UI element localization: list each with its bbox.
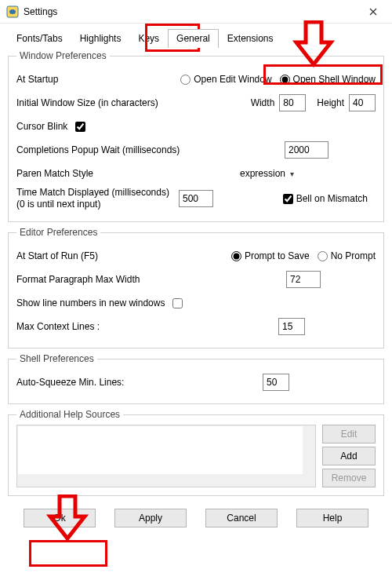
row-window-size: Initial Window Size (in characters) Widt… <box>16 93 376 113</box>
input-completions-wait[interactable] <box>285 141 328 159</box>
chevron-down-icon: ▾ <box>290 170 294 178</box>
input-width[interactable] <box>279 94 306 111</box>
button-add-helpsource[interactable]: Add <box>322 447 376 465</box>
label-autosqueeze: Auto-Squeeze Min. Lines: <box>16 377 124 388</box>
dialog-button-bar: Ok Apply Cancel Help <box>8 501 384 537</box>
radio-open-shell-window-input[interactable] <box>280 75 290 85</box>
input-height[interactable] <box>349 94 376 111</box>
input-max-context[interactable] <box>278 318 305 335</box>
label-time-match-2: (0 is until next input) <box>16 199 100 210</box>
radio-no-prompt-input[interactable] <box>318 251 328 261</box>
app-icon <box>6 5 19 18</box>
label-linenums: Show line numbers in new windows <box>16 297 165 308</box>
button-ok[interactable]: Ok <box>24 509 96 527</box>
dropdown-paren-value: expression <box>240 168 285 179</box>
label-max-context: Max Context Lines : <box>16 321 100 332</box>
row-start-run: At Start of Run (F5) Prompt to Save No P… <box>16 246 376 266</box>
button-remove-helpsource[interactable]: Remove <box>322 469 376 487</box>
titlebar: Settings <box>0 0 392 24</box>
row-time-match: Time Match Displayed (milliseconds) (0 i… <box>16 187 376 210</box>
row-autosqueeze: Auto-Squeeze Min. Lines: <box>16 372 376 392</box>
checkbox-bell-mismatch-label[interactable]: Bell on Mismatch <box>283 193 368 204</box>
legend-shell-prefs: Shell Preferences <box>16 353 97 364</box>
legend-window-prefs: Window Preferences <box>16 50 110 61</box>
button-cancel[interactable]: Cancel <box>205 509 278 527</box>
label-time-match-1: Time Match Displayed (milliseconds) <box>16 187 169 198</box>
tab-keys[interactable]: Keys <box>129 29 168 48</box>
row-max-context: Max Context Lines : <box>16 316 376 337</box>
input-autosqueeze[interactable] <box>263 374 289 391</box>
input-format-width[interactable] <box>286 271 321 288</box>
listbox-help-sources[interactable] <box>16 425 316 487</box>
scrollbar-vertical[interactable] <box>303 425 315 474</box>
scrollbar-corner <box>303 474 315 487</box>
close-button[interactable] <box>358 1 389 23</box>
annotation-box-ok <box>29 540 107 567</box>
tab-highlights[interactable]: Highlights <box>71 29 130 48</box>
scrollbar-horizontal[interactable] <box>17 474 303 487</box>
row-help-sources: Edit Add Remove <box>16 425 376 487</box>
label-window-size: Initial Window Size (in characters) <box>16 97 158 108</box>
row-startup: At Startup Open Edit Window Open Shell W… <box>16 69 376 89</box>
group-window-preferences: Window Preferences At Startup Open Edit … <box>8 50 384 222</box>
radio-open-edit-window[interactable]: Open Edit Window <box>180 74 271 85</box>
row-cursor-blink: Cursor Blink <box>16 116 376 137</box>
tab-general[interactable]: General <box>168 29 219 48</box>
legend-editor-prefs: Editor Preferences <box>16 227 100 238</box>
radio-prompt-save-input[interactable] <box>231 251 241 261</box>
row-paren-style: Paren Match Style expression ▾ <box>16 163 376 184</box>
group-shell-preferences: Shell Preferences Auto-Squeeze Min. Line… <box>8 353 384 404</box>
group-help-sources: Additional Help Sources Edit Add Remove <box>8 409 384 496</box>
row-completions: Completions Popup Wait (milliseconds) <box>16 140 376 160</box>
label-height: Height <box>317 97 344 108</box>
checkbox-linenums[interactable] <box>172 298 183 308</box>
label-no-prompt: No Prompt <box>331 250 376 261</box>
label-at-startup: At Startup <box>16 74 58 85</box>
dropdown-paren-style[interactable]: expression ▾ <box>237 166 297 181</box>
radio-no-prompt[interactable]: No Prompt <box>318 250 376 261</box>
tab-fonts[interactable]: Fonts/Tabs <box>8 29 71 48</box>
button-edit-helpsource[interactable]: Edit <box>322 425 376 443</box>
label-completions: Completions Popup Wait (milliseconds) <box>16 144 180 155</box>
label-cursor-blink: Cursor Blink <box>16 121 67 132</box>
label-prompt-save: Prompt to Save <box>245 250 310 261</box>
radio-open-edit-label: Open Edit Window <box>194 74 271 85</box>
settings-tabs: Fonts/Tabs Highlights Keys General Exten… <box>0 24 392 47</box>
label-at-start-run: At Start of Run (F5) <box>16 250 98 261</box>
row-linenums: Show line numbers in new windows <box>16 293 376 313</box>
radio-open-edit-window-input[interactable] <box>180 75 191 85</box>
window-title: Settings <box>24 6 358 17</box>
checkbox-bell-mismatch[interactable] <box>283 194 293 204</box>
input-time-match[interactable] <box>179 190 213 207</box>
label-time-match: Time Match Displayed (milliseconds) (0 i… <box>16 187 169 210</box>
radio-prompt-save[interactable]: Prompt to Save <box>231 250 310 261</box>
label-format-width: Format Paragraph Max Width <box>16 274 140 285</box>
button-help[interactable]: Help <box>296 509 368 527</box>
button-apply[interactable]: Apply <box>114 509 187 527</box>
legend-help-sources: Additional Help Sources <box>16 409 123 420</box>
checkbox-cursor-blink[interactable] <box>75 122 85 132</box>
tab-extensions[interactable]: Extensions <box>219 29 282 48</box>
group-editor-preferences: Editor Preferences At Start of Run (F5) … <box>8 227 384 349</box>
label-width: Width <box>251 97 275 108</box>
label-paren-style: Paren Match Style <box>16 168 93 179</box>
label-bell-mismatch: Bell on Mismatch <box>296 193 368 204</box>
radio-open-shell-label: Open Shell Window <box>293 74 376 85</box>
row-format-width: Format Paragraph Max Width <box>16 269 376 290</box>
radio-open-shell-window[interactable]: Open Shell Window <box>280 74 376 85</box>
